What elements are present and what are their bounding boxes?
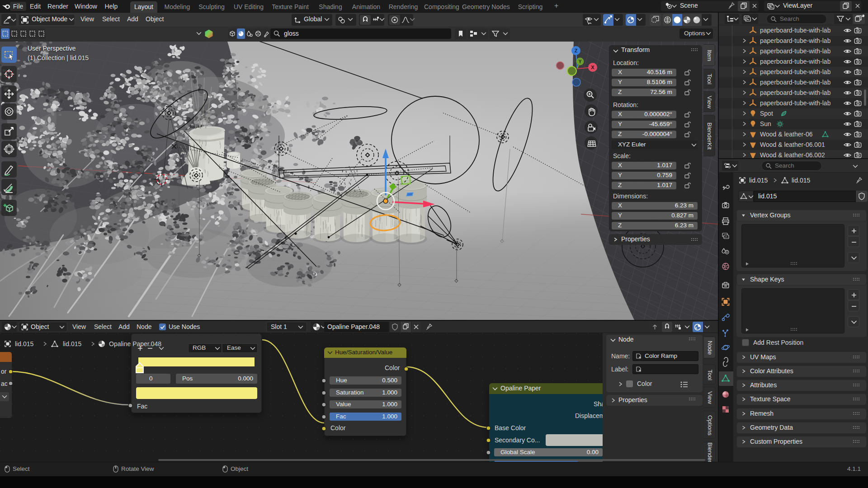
svg-text:Y: Y [579,59,582,64]
svg-text:Z: Z [575,48,578,53]
svg-text:X: X [591,65,594,70]
